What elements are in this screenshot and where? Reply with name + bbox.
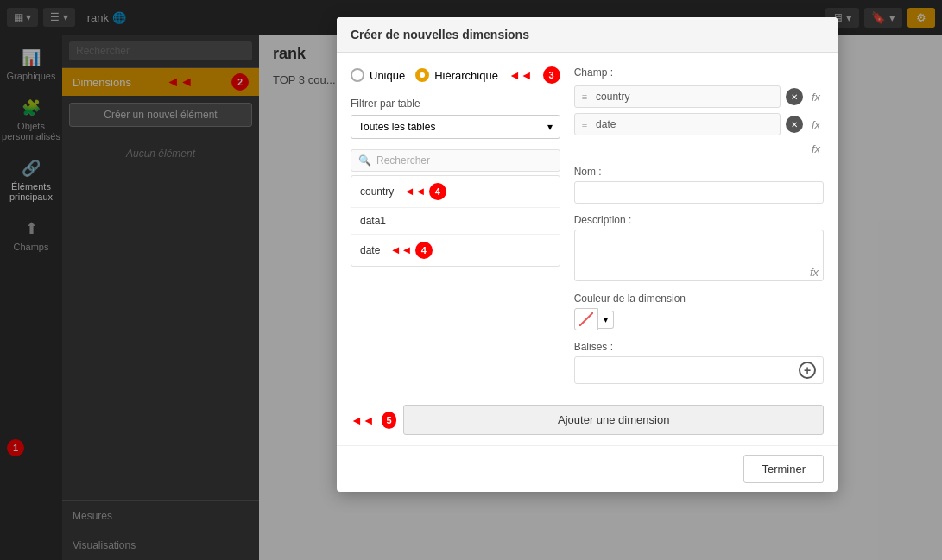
filter-select[interactable]: Toutes les tables ▾ xyxy=(351,115,560,139)
annotation-arrow-5: ◄◄ xyxy=(351,413,375,427)
field-list: country ◄◄ 4 data1 date ◄◄ 4 xyxy=(351,175,560,267)
annotation-arrow-4b: ◄◄ xyxy=(390,243,413,256)
filter-label: Filtrer par table xyxy=(351,98,560,110)
couleur-label: Couleur de la dimension xyxy=(574,293,824,305)
desc-fx-icon[interactable]: fx xyxy=(810,266,819,279)
champ-remove-country[interactable]: ✕ xyxy=(786,88,803,105)
modal: Créer de nouvelles dimensions Unique Hié… xyxy=(337,17,838,492)
champ-input-country: ≡ country xyxy=(574,85,781,108)
champ-date-value: date xyxy=(596,118,616,130)
radio-unique[interactable]: Unique xyxy=(351,68,405,82)
color-picker: ▾ xyxy=(574,308,824,330)
champ-field-1: ≡ country ✕ fx xyxy=(574,85,824,108)
data1-label: data1 xyxy=(360,215,386,227)
description-wrapper: fx xyxy=(574,230,824,284)
field-item-date[interactable]: date ◄◄ 4 xyxy=(351,235,560,266)
balises-add-btn[interactable]: + xyxy=(799,362,816,379)
date-label: date xyxy=(360,244,380,256)
color-swatch-icon xyxy=(579,312,593,326)
description-label: Description : xyxy=(574,214,824,226)
champ-field-2: ≡ date ✕ fx xyxy=(574,113,824,135)
balises-label: Balises : xyxy=(574,341,824,353)
search-icon: 🔍 xyxy=(358,154,371,167)
balises-input[interactable] xyxy=(582,364,799,376)
champ-remove-date[interactable]: ✕ xyxy=(786,116,803,133)
champ-country-value: country xyxy=(596,91,629,103)
field-item-data1[interactable]: data1 xyxy=(351,208,560,235)
modal-right-col: Champ : ≡ country ✕ fx ≡ date ✕ fx xyxy=(574,66,824,384)
modal-action-row: ◄◄ 5 Ajouter une dimension xyxy=(337,398,838,445)
fx-btn-1[interactable]: fx xyxy=(808,89,824,105)
balises-input-wrapper: + xyxy=(574,356,824,384)
radio-hierarchique[interactable]: Hiérarchique xyxy=(415,68,498,82)
description-input[interactable] xyxy=(574,230,824,281)
add-dimension-btn[interactable]: Ajouter une dimension xyxy=(403,405,824,435)
svg-line-0 xyxy=(579,312,593,326)
modal-title: Créer de nouvelles dimensions xyxy=(351,28,529,41)
eq-icon-1: ≡ xyxy=(582,91,587,102)
champ-input-date: ≡ date xyxy=(574,113,781,135)
fx-btn-2[interactable]: fx xyxy=(808,116,824,133)
chevron-down-icon: ▾ xyxy=(547,121,553,133)
search-placeholder: Rechercher xyxy=(376,154,430,167)
nom-input[interactable] xyxy=(574,181,824,204)
filter-value: Toutes les tables xyxy=(358,121,435,133)
annotation-arrow-3: ◄◄ xyxy=(509,68,533,82)
color-swatch[interactable] xyxy=(574,308,598,330)
radio-hierarchique-label: Hiérarchique xyxy=(434,69,498,82)
modal-left-col: Unique Hiérarchique ◄◄ 3 Filtrer par tab… xyxy=(351,66,560,384)
country-label: country xyxy=(360,186,394,198)
modal-header: Créer de nouvelles dimensions xyxy=(337,17,838,53)
field-search-box[interactable]: 🔍 Rechercher xyxy=(351,149,560,172)
nom-label: Nom : xyxy=(574,166,824,178)
champ-label: Champ : xyxy=(574,66,824,79)
radio-unique-circle[interactable] xyxy=(351,68,364,82)
color-dropdown-btn[interactable]: ▾ xyxy=(598,311,614,329)
fx-only-row: fx xyxy=(574,141,824,157)
eq-icon-2: ≡ xyxy=(582,119,587,129)
modal-footer: Terminer xyxy=(337,445,838,492)
radio-hierarchique-circle[interactable] xyxy=(415,68,429,82)
radio-unique-label: Unique xyxy=(370,69,405,82)
fx-btn-3[interactable]: fx xyxy=(808,141,824,157)
modal-body: Unique Hiérarchique ◄◄ 3 Filtrer par tab… xyxy=(337,53,838,398)
add-btn-row: ◄◄ 5 Ajouter une dimension xyxy=(351,405,824,435)
field-item-country[interactable]: country ◄◄ 4 xyxy=(351,176,560,208)
annotation-arrow-4a: ◄◄ xyxy=(404,185,427,198)
radio-group: Unique Hiérarchique ◄◄ 3 xyxy=(351,66,560,84)
terminer-btn[interactable]: Terminer xyxy=(743,455,824,483)
